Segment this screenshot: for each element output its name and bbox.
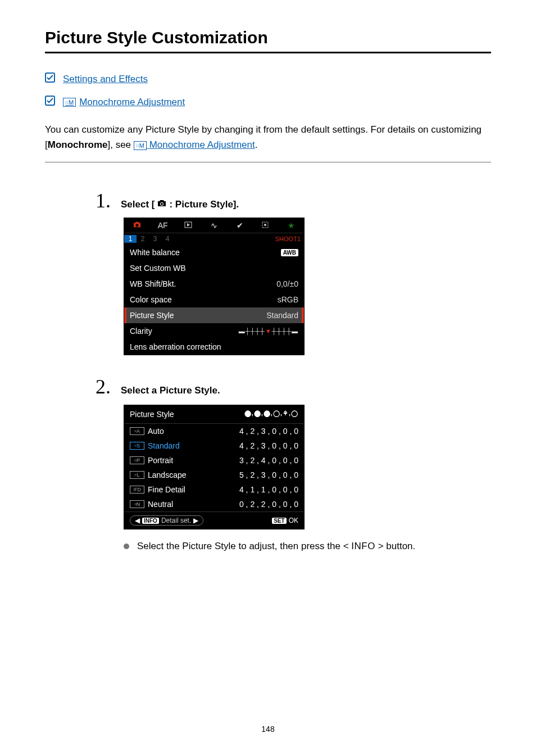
style-badge-portrait: ⦂⦂P <box>130 456 144 464</box>
tab-af: AF <box>150 221 176 230</box>
step-2-number: 2. <box>96 377 111 397</box>
page-number: 148 <box>0 725 536 734</box>
camera-icon <box>157 199 167 210</box>
tab-mymenu-icon: ★ <box>278 221 304 230</box>
chevron-left-icon: ◀ <box>135 517 140 524</box>
info-button-label: INFO <box>351 541 375 551</box>
monochrome-style-icon: ⦂⦂M <box>63 98 76 107</box>
subtab-2: 2 <box>137 235 149 243</box>
page-title: Picture Style Customization <box>45 28 491 47</box>
style-badge-neutral: ⦂⦂N <box>130 500 144 508</box>
svg-point-4 <box>135 224 138 227</box>
subtab-3: 3 <box>149 235 161 243</box>
tab-cfn-icon <box>253 221 279 230</box>
subtab-1: 1 <box>124 235 137 243</box>
ps-head-icons: ⬤,⬤,⬤,◯,⚘,◯ <box>244 410 298 419</box>
svg-point-3 <box>161 203 163 205</box>
ps-row-neutral: ⦂⦂NNeutral 0 , 2 , 2 , 0 , 0 , 0 <box>124 497 304 511</box>
monochrome-style-icon-inline: ⦂⦂M <box>134 141 147 150</box>
menu-row-lens: Lens aberration correction <box>124 339 304 355</box>
ps-row-portrait: ⦂⦂PPortrait 3 , 2 , 4 , 0 , 0 , 0 <box>124 453 304 468</box>
tab-network-icon: ∿ <box>201 221 227 230</box>
ps-row-auto: ⦂⦂AAuto 4 , 2 , 3 , 0 , 0 , 0 <box>124 424 304 438</box>
menu-row-picture-style: Picture Style Standard <box>124 307 304 323</box>
step-2: 2. Select a Picture Style. Picture Style… <box>96 377 491 552</box>
title-rule <box>45 52 491 53</box>
step-2-title: Select a Picture Style. <box>121 385 220 396</box>
toc-item-monochrome: ⦂⦂M Monochrome Adjustment <box>45 96 491 108</box>
camera-menu-screenshot-1: AF ∿ ✔ ★ 1 2 3 4 SHOO <box>124 218 305 355</box>
clarity-slider-icon: ▬┼┼┼┼▼┼┼┼┼▬ <box>239 328 298 334</box>
step-1-number: 1. <box>96 191 111 211</box>
menu-row-customwb: Set Custom WB <box>124 260 304 276</box>
tab-wrench-icon: ✔ <box>227 221 253 230</box>
step-1: 1. Select [ : Picture Style]. AF <box>96 191 491 355</box>
tab-playback-icon <box>175 221 201 230</box>
menu-row-wb: White balance AWB <box>124 245 304 260</box>
intro-paragraph: You can customize any Picture Style by c… <box>45 122 491 152</box>
section-rule <box>45 162 491 162</box>
bullet-icon <box>124 544 129 549</box>
menu-row-clarity: Clarity ▬┼┼┼┼▼┼┼┼┼▬ <box>124 323 304 339</box>
awb-badge: AWB <box>281 249 298 256</box>
link-settings-effects[interactable]: Settings and Effects <box>63 74 148 85</box>
svg-point-7 <box>264 224 266 226</box>
style-badge-standard: ⦂⦂S <box>130 442 144 450</box>
ps-row-finedetail: ⦂FDFine Detail 4 , 1 , 1 , 0 , 0 , 0 <box>124 482 304 497</box>
step-2-instruction: Select the Picture Style to adjust, then… <box>124 541 491 552</box>
ps-row-standard: ⦂⦂SStandard 4 , 2 , 3 , 0 , 0 , 0 <box>124 438 304 453</box>
set-ok-button: SET OK <box>272 517 298 524</box>
ps-row-landscape: ⦂⦂LLandscape 5 , 2 , 3 , 0 , 0 , 0 <box>124 468 304 482</box>
tab-shoot-icon <box>124 221 150 230</box>
chevron-right-icon: ▶ <box>193 517 198 524</box>
camera-menu-screenshot-2: Picture Style ⬤,⬤,⬤,◯,⚘,◯ ⦂⦂AAuto 4 , 2 … <box>124 405 305 529</box>
ps-head-label: Picture Style <box>130 410 174 419</box>
link-monochrome-label: Monochrome Adjustment <box>79 97 185 108</box>
menu-row-colorspace: Color space sRGB <box>124 292 304 307</box>
style-badge-auto: ⦂⦂A <box>130 427 144 435</box>
link-monochrome-inline[interactable]: ⦂⦂M Monochrome Adjustment <box>134 139 255 150</box>
checkbox-icon <box>45 96 55 108</box>
toc-item-settings: Settings and Effects <box>45 73 491 85</box>
step-1-title: Select [ : Picture Style]. <box>121 199 239 210</box>
style-badge-finedetail: ⦂FD <box>130 486 144 494</box>
style-badge-landscape: ⦂⦂L <box>130 471 144 479</box>
shoot-label: SHOOT1 <box>275 236 304 242</box>
menu-row-wbshift: WB Shift/Bkt. 0,0/±0 <box>124 276 304 292</box>
detail-set-button: ◀ INFO Detail set. ▶ <box>130 515 203 526</box>
link-monochrome-adjustment[interactable]: ⦂⦂M Monochrome Adjustment <box>63 97 185 108</box>
checkbox-icon <box>45 73 55 85</box>
subtab-4: 4 <box>161 235 174 243</box>
